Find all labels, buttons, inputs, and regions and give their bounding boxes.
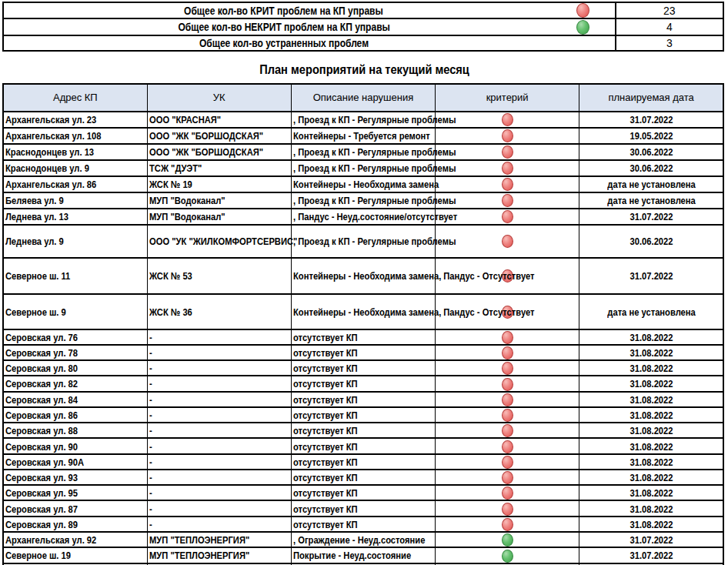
uk-cell: ООО "ЖК "БОРШОДСКАЯ" <box>147 128 291 144</box>
summary-label: Общее кол-во НЕКРИТ проблем на КП управы <box>178 21 389 33</box>
criterion-cell <box>436 225 579 258</box>
column-header-uk: УК <box>147 84 291 112</box>
date-cell: 31.08.2022 <box>579 376 723 391</box>
date-cell-text: 31.08.2022 <box>629 503 673 515</box>
address-cell-text: Беляева ул. 9 <box>5 195 64 206</box>
address-cell: Леднева ул. 9 <box>3 225 147 258</box>
violation-cell-text: Покрытие - Неуд.состояние <box>293 550 411 561</box>
page-title-text: План мероприятий на текущий месяц <box>259 62 469 78</box>
summary-table: Общее кол-во КРИТ проблем на КП управы23… <box>2 2 724 52</box>
date-cell-text: 31.08.2022 <box>629 347 673 359</box>
criterion-cell <box>436 376 579 391</box>
violation-cell-text: Контейнеры - Необходима замена <box>293 179 439 190</box>
criterion-cell <box>436 392 579 407</box>
criterion-red-icon <box>502 331 513 344</box>
uk-cell: - <box>147 517 291 532</box>
criterion-red-icon <box>502 424 513 437</box>
summary-indicator-cell <box>564 18 616 35</box>
summary-count: 23 <box>616 2 723 18</box>
table-row: Краснодонцев ул. 9ТСЖ "ДУЭТ", Проезд к К… <box>3 160 723 176</box>
address-cell: Краснодонцев ул. 13 <box>3 144 147 160</box>
violation-cell-text: отсутствует КП <box>293 503 358 515</box>
table-row: Серовская ул. 80-отсутствует КП31.08.202… <box>3 360 723 376</box>
address-cell-text: Архангельская ул. 108 <box>5 130 101 142</box>
date-cell-text: 31.07.2022 <box>629 270 673 282</box>
criterion-red-icon <box>502 518 513 531</box>
criterion-red-icon <box>502 471 513 484</box>
address-cell-text: Серовская ул. 86 <box>5 410 78 421</box>
violation-cell-text: , Проезд к КП - Регулярные проблемы <box>293 195 456 206</box>
uk-cell-text: ЖСК № 53 <box>149 270 192 282</box>
criterion-cell <box>436 407 579 423</box>
summary-row: Общее кол-во КРИТ проблем на КП управы23 <box>3 2 723 18</box>
column-header-criterion: критерий <box>436 84 579 112</box>
table-row: Архангельская ул. 108ООО "ЖК "БОРШОДСКАЯ… <box>3 128 723 144</box>
uk-cell: ЖСК № 53 <box>147 258 291 294</box>
criterion-cell <box>436 360 579 376</box>
criterion-red-icon <box>502 362 513 375</box>
date-cell: 30.06.2022 <box>579 160 723 176</box>
table-row: Серовская ул. 95-отсутствует КП31.08.202… <box>3 485 723 500</box>
uk-cell: ООО "УК "ЖИЛКОМФОРТСЕРВИС" <box>147 225 291 258</box>
criterion-cell <box>436 547 579 563</box>
date-cell-text: 31.08.2022 <box>629 519 673 530</box>
uk-cell: - <box>147 392 291 407</box>
violation-cell: Покрытие - Неуд.состояние <box>291 547 435 563</box>
table-row: Серовская ул. 82-отсутствует КП31.08.202… <box>3 376 723 391</box>
criterion-red-icon <box>502 162 513 175</box>
address-cell-text: Леднева ул. 13 <box>5 211 68 222</box>
violation-cell-text: Контейнеры - Требуется ремонт <box>293 130 430 142</box>
uk-cell-text: - <box>149 410 152 421</box>
violation-cell-text: отсутствует КП <box>293 456 358 468</box>
violation-cell-text: , Проезд к КП - Регулярные проблемы <box>293 146 456 158</box>
date-cell-text: 31.08.2022 <box>629 456 673 468</box>
address-cell: Северное ш. 9 <box>3 294 147 329</box>
address-cell: Леднева ул. 13 <box>3 209 147 225</box>
criterion-cell <box>436 470 579 485</box>
address-cell: Серовская ул. 78 <box>3 345 147 360</box>
criterion-cell <box>436 192 579 209</box>
address-cell-text: Серовская ул. 78 <box>5 347 78 359</box>
address-cell: Серовская ул. 90 <box>3 438 147 453</box>
criterion-cell <box>436 128 579 144</box>
uk-cell-text: - <box>149 503 152 515</box>
table-row: Леднева ул. 9ООО "УК "ЖИЛКОМФОРТСЕРВИС",… <box>3 225 723 258</box>
criterion-red-icon <box>502 346 513 359</box>
violation-cell: , Проезд к КП - Регулярные проблемы <box>291 192 435 209</box>
address-cell: Серовская ул. 90А <box>3 454 147 470</box>
criterion-cell <box>436 423 579 438</box>
criterion-red-icon <box>502 235 513 248</box>
uk-cell: - <box>147 423 291 438</box>
table-row: Северное ш. 19МУП "ТЕПЛОЭНЕРГИЯ"Покрытие… <box>3 547 723 563</box>
criterion-red-icon <box>502 194 513 207</box>
criterion-cell <box>436 517 579 532</box>
uk-cell: - <box>147 454 291 470</box>
violation-cell: , Проезд к КП - Регулярные проблемы <box>291 144 435 160</box>
violation-cell: Контейнеры - Необходима замена <box>291 176 435 192</box>
violation-cell: отсутствует КП <box>291 376 435 391</box>
address-cell-text: Серовская ул. 82 <box>5 378 78 389</box>
violation-cell: отсутствует КП <box>291 345 435 360</box>
table-row: Архангельская ул. 23ООО "КРАСНАЯ", Проез… <box>3 112 723 128</box>
date-cell: 30.06.2022 <box>579 144 723 160</box>
uk-cell-text: - <box>149 378 152 389</box>
violation-cell: отсутствует КП <box>291 329 435 345</box>
date-cell-text: 31.07.2022 <box>629 534 673 546</box>
date-cell: 31.08.2022 <box>579 392 723 407</box>
violation-cell-text: Контейнеры - Необходима замена, Пандус -… <box>293 270 535 282</box>
date-cell: 31.07.2022 <box>579 532 723 547</box>
uk-cell-text: МУП "Водоканал" <box>149 195 225 206</box>
violation-cell: Контейнеры - Необходима замена, Пандус -… <box>291 258 435 294</box>
column-header-violation: Описание нарушения <box>291 84 435 112</box>
address-cell: Северное ш. 19 <box>3 547 147 563</box>
date-cell: 31.07.2022 <box>579 209 723 225</box>
uk-cell: - <box>147 360 291 376</box>
address-cell-text: Краснодонцев ул. 13 <box>5 146 94 158</box>
table-row: Архангельская ул. 86ЖСК № 19Контейнеры -… <box>3 176 723 192</box>
violation-cell-text: отсутствует КП <box>293 472 358 483</box>
criterion-cell <box>436 454 579 470</box>
table-row: Леднева ул. 13МУП "Водоканал", Пандус - … <box>3 209 723 225</box>
violation-cell: отсутствует КП <box>291 500 435 516</box>
violation-cell-text: отсутствует КП <box>293 487 358 499</box>
summary-row: Общее кол-во устраненных проблем3 <box>3 35 723 51</box>
